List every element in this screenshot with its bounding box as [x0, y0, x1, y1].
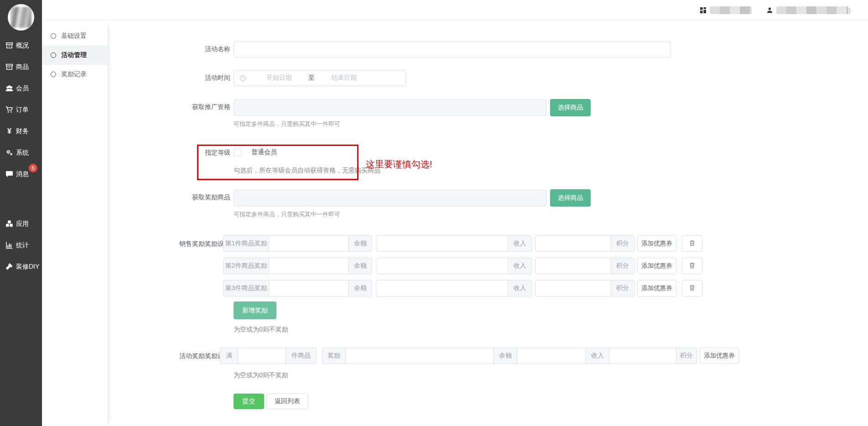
add-reward-button[interactable]: 新增奖励	[234, 301, 276, 319]
income-amount-input[interactable]	[376, 235, 508, 252]
trash-icon	[689, 284, 696, 293]
sidebar-item-finance[interactable]: ¥ 财务	[0, 120, 42, 142]
header-trailing-text: )	[849, 7, 851, 14]
add-coupon-button[interactable]: 添加优惠券	[637, 280, 676, 296]
income-amount-input[interactable]	[376, 280, 508, 296]
activity-reward-row: 满 件商品 奖励 余额 收入	[220, 348, 739, 364]
income-addon: 收入	[508, 258, 532, 274]
sidebar-item-orders[interactable]: 订单	[0, 99, 42, 120]
delete-row-button[interactable]	[682, 235, 702, 252]
decorate-diy-hammer-icon	[5, 263, 13, 270]
sidebar-item-label: 系统	[16, 149, 29, 157]
sidebar-item-label: 消息	[16, 170, 29, 178]
delete-row-button[interactable]	[682, 280, 702, 296]
sidebar-item-label: 装修DIY	[16, 263, 39, 271]
activity-name-input[interactable]	[234, 41, 671, 57]
balance-addon: 余额	[494, 348, 517, 364]
sidebar-item-overview[interactable]: 概况	[0, 35, 42, 56]
points-addon: 积分	[611, 258, 634, 274]
store-logo-avatar[interactable]	[8, 4, 34, 31]
redacted-user-name	[776, 6, 848, 14]
primary-sidebar: 概况 商品 会员 订单 ¥ 财务 系统	[0, 0, 42, 426]
income-addon: 收入	[508, 235, 532, 252]
sales-rewards-section: 销售奖励奖励设置 第1件商品奖励 余额 收入	[108, 235, 868, 334]
sidebar-item-label: 商品	[16, 63, 29, 71]
reward-select-goods-button[interactable]: 选择商品	[550, 189, 591, 207]
designated-level-block: 指定等级 普通会员 勾选后，所在等级会员自动获得资格，无需购买商品 这里要谨慎勾…	[108, 148, 868, 175]
points-amount-input[interactable]	[535, 258, 611, 274]
points-addon: 积分	[611, 235, 634, 252]
reward-goods-hint: 可指定多件商品，只需购买其中一件即可	[234, 210, 591, 218]
reward-addon: 奖励	[322, 348, 346, 364]
sidebar-item-system[interactable]: 系统	[0, 142, 42, 163]
activity-rewards-label: 活动奖励奖励设置	[108, 348, 234, 360]
submenu-item-basic-settings[interactable]: 基础设置	[42, 26, 108, 46]
promo-qualification-goods-input[interactable]	[234, 99, 546, 116]
submenu-item-reward-records[interactable]: 奖励记录	[42, 65, 108, 84]
messages-bubble-icon	[5, 170, 13, 178]
normal-member-checkbox[interactable]	[234, 149, 241, 156]
points-amount-input[interactable]	[535, 280, 611, 296]
sidebar-item-label: 概况	[16, 42, 29, 50]
header-store-switcher[interactable]	[700, 6, 752, 14]
submenu-item-label: 奖励记录	[61, 70, 87, 78]
logo-wrap	[0, 0, 42, 35]
sidebar-item-members[interactable]: 会员	[0, 78, 42, 99]
points-amount-input[interactable]	[535, 235, 611, 252]
header-user-account[interactable]: )	[766, 6, 851, 14]
designated-level-hint: 勾选后，所在等级会员自动获得资格，无需购买商品	[234, 166, 380, 175]
date-range-input[interactable]: 开始日期 至 结束日期	[234, 70, 406, 86]
trash-icon	[689, 239, 696, 248]
balance-amount-input[interactable]	[269, 258, 349, 274]
promo-qualification-label: 获取推广资格	[108, 99, 234, 111]
sidebar-item-label: 应用	[16, 220, 29, 228]
activity-time-row: 活动时间 开始日期 至 结束日期	[108, 70, 868, 86]
radio-circle-icon	[51, 72, 56, 77]
sidebar-item-apps[interactable]: 应用	[0, 213, 42, 234]
members-icon	[5, 84, 13, 92]
reward-prefix-addon: 第3件商品奖励	[223, 280, 269, 296]
user-person-icon	[766, 7, 773, 14]
goods-count-input[interactable]	[238, 348, 286, 364]
reward-prefix-addon: 第1件商品奖励	[223, 235, 269, 252]
add-coupon-button[interactable]: 添加优惠券	[637, 258, 676, 274]
designated-level-label: 指定等级	[108, 148, 234, 157]
points-amount-input[interactable]	[609, 348, 676, 364]
sales-rewards-label: 销售奖励奖励设置	[108, 235, 234, 248]
income-addon: 收入	[508, 280, 532, 296]
sidebar-item-label: 统计	[16, 241, 29, 249]
sidebar-item-messages[interactable]: 消息 6	[0, 163, 42, 185]
activity-time-label: 活动时间	[108, 70, 234, 82]
promo-select-goods-button[interactable]: 选择商品	[550, 99, 591, 116]
add-coupon-button[interactable]: 添加优惠券	[637, 235, 676, 252]
back-to-list-button[interactable]: 返回列表	[266, 394, 308, 409]
promo-qualification-hint: 可指定多件商品，只需购买其中一件即可	[234, 120, 591, 128]
reward-goods-label: 获取奖励商品	[108, 189, 234, 202]
balance-amount-input[interactable]	[269, 280, 349, 296]
orders-cart-icon	[5, 106, 13, 114]
secondary-submenu: 基础设置 活动管理 奖励记录	[42, 23, 108, 426]
clock-icon	[239, 75, 246, 82]
stats-chart-icon	[5, 241, 13, 249]
balance-amount-input[interactable]	[269, 235, 349, 252]
submit-button[interactable]: 提交	[234, 394, 264, 409]
delete-row-button[interactable]	[682, 258, 702, 274]
grid-dashboard-icon	[700, 7, 707, 14]
sidebar-item-decorate-diy[interactable]: 装修DIY	[0, 256, 42, 277]
income-amount-input[interactable]	[376, 258, 508, 274]
activity-rewards-note: 为空或为0则不奖励	[234, 371, 739, 379]
balance-amount-input[interactable]	[345, 348, 494, 364]
start-date-placeholder: 开始日期	[266, 74, 292, 82]
right-column: ) 基础设置 活动管理 奖励记录	[42, 0, 868, 426]
add-coupon-button[interactable]: 添加优惠券	[700, 348, 739, 364]
income-amount-input[interactable]	[517, 348, 586, 364]
form-actions: 提交 返回列表	[108, 394, 868, 409]
sidebar-item-goods[interactable]: 商品	[0, 56, 42, 78]
sidebar-item-stats[interactable]: 统计	[0, 234, 42, 256]
balance-addon: 余额	[348, 235, 372, 252]
submenu-item-activity-management[interactable]: 活动管理	[42, 46, 108, 65]
app-root: 概况 商品 会员 订单 ¥ 财务 系统	[0, 0, 868, 426]
overview-icon	[5, 42, 13, 49]
sales-rewards-note: 为空或为0则不奖励	[234, 326, 702, 334]
reward-goods-input[interactable]	[234, 190, 546, 206]
